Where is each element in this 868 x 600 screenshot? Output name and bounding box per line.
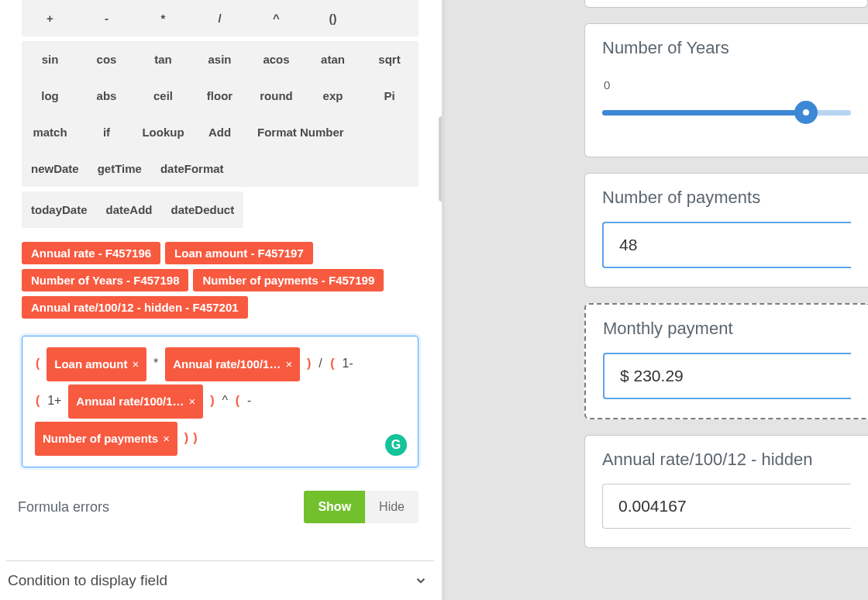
op-text: /: [316, 357, 328, 370]
remove-chip-icon[interactable]: ×: [189, 395, 196, 408]
fn-log[interactable]: log: [22, 78, 78, 114]
paren-close: ): [208, 394, 216, 407]
preview-monthly-value: $ 230.29: [603, 353, 851, 399]
fn-exp[interactable]: exp: [305, 78, 361, 114]
fn-tan[interactable]: tan: [135, 41, 191, 78]
paren-open: (: [33, 357, 42, 370]
paren-open: (: [233, 394, 242, 407]
formula-input[interactable]: ( Loan amount× * Annual rate/100/1…× ) /…: [22, 336, 418, 467]
fn-if[interactable]: if: [78, 114, 135, 150]
chip-annual-rate-b[interactable]: Annual rate/100/1…×: [68, 384, 203, 419]
show-errors-button[interactable]: Show: [304, 491, 365, 523]
fn-newdate[interactable]: newDate: [22, 150, 88, 187]
op-text: ^: [219, 394, 230, 407]
fn-floor[interactable]: floor: [191, 78, 248, 114]
field-loan-amount[interactable]: Loan amount - F457197: [165, 242, 313, 264]
preview-hidden-rate-title: Annual rate/100/12 - hidden: [602, 450, 851, 470]
fn-match[interactable]: match: [22, 114, 78, 150]
preview-years-title: Number of Years: [602, 38, 851, 58]
field-annual-rate-hidden[interactable]: Annual rate/100/12 - hidden - F457201: [22, 296, 248, 319]
op-multiply[interactable]: *: [135, 0, 191, 36]
collapse-title: Condition to display field: [8, 572, 167, 589]
slider-thumb[interactable]: [794, 101, 818, 124]
fn-sqrt[interactable]: sqrt: [361, 41, 418, 78]
preview-hidden-rate-value: 0.004167: [602, 484, 851, 529]
fn-asin[interactable]: asin: [191, 41, 248, 78]
chip-number-of-payments[interactable]: Number of payments×: [35, 422, 177, 456]
fn-abs[interactable]: abs: [78, 78, 135, 114]
op-text: -: [245, 394, 253, 407]
function-palette-2: todayDate dateAdd dateDeduct: [22, 191, 243, 228]
preview-card-cutoff: [584, 0, 868, 8]
field-annual-rate[interactable]: Annual rate - F457196: [22, 242, 160, 264]
fn-sin[interactable]: sin: [22, 41, 78, 78]
paren-close: ): [191, 431, 199, 444]
op-parens[interactable]: (): [305, 0, 361, 36]
operator-palette: + - * / ^ (): [22, 0, 418, 36]
condition-display-collapse[interactable]: Condition to display field: [6, 560, 434, 600]
op-text: *: [151, 357, 160, 370]
preview-monthly-title: Monthly payment: [603, 319, 851, 339]
paren-open: (: [33, 394, 42, 407]
fn-round[interactable]: round: [248, 78, 305, 114]
fn-format-number[interactable]: Format Number: [248, 114, 353, 150]
paren-close: ): [305, 357, 313, 370]
fn-add[interactable]: Add: [191, 114, 248, 150]
slider-min-label: 0: [604, 78, 610, 91]
fn-cos[interactable]: cos: [78, 41, 135, 78]
fn-ceil[interactable]: ceil: [135, 78, 191, 114]
fn-dateformat[interactable]: dateFormat: [151, 150, 233, 187]
fn-lookup[interactable]: Lookup: [135, 114, 191, 150]
op-text: 1-: [339, 357, 355, 370]
fn-todaydate[interactable]: todayDate: [22, 191, 97, 228]
op-plus[interactable]: +: [22, 0, 78, 36]
op-divide[interactable]: /: [191, 0, 248, 36]
grammarly-icon[interactable]: G: [385, 434, 407, 456]
preview-hidden-rate-card: Annual rate/100/12 - hidden 0.004167: [584, 435, 868, 548]
formula-errors-row: Formula errors Show Hide: [18, 491, 418, 523]
field-number-of-years[interactable]: Number of Years - F457198: [22, 269, 188, 291]
preview-npay-title: Number of payments: [602, 188, 851, 208]
remove-chip-icon[interactable]: ×: [163, 432, 170, 445]
formula-errors-label: Formula errors: [18, 499, 109, 516]
preview-years-card: Number of Years 0 4: [584, 23, 868, 157]
fn-gettime[interactable]: getTime: [88, 150, 151, 187]
preview-monthly-card[interactable]: Monthly payment $ 230.29: [584, 303, 868, 419]
form-preview-panel: Number of Years 0 4 Number of payments 4…: [442, 0, 868, 600]
errors-toggle-group: Show Hide: [304, 491, 418, 523]
op-text: 1+: [45, 394, 64, 407]
preview-npay-card: Number of payments 48: [584, 173, 868, 288]
chevron-down-icon: [414, 574, 428, 588]
formula-editor-panel: + - * / ^ () sin cos tan asin acos atan …: [0, 0, 442, 600]
hide-errors-button[interactable]: Hide: [365, 491, 418, 523]
fn-atan[interactable]: atan: [305, 41, 361, 78]
fn-acos[interactable]: acos: [248, 41, 305, 78]
paren-open: (: [328, 357, 336, 370]
years-slider[interactable]: 0 4: [602, 72, 851, 126]
chip-loan-amount[interactable]: Loan amount×: [46, 347, 146, 381]
op-minus[interactable]: -: [78, 0, 135, 36]
available-fields: Annual rate - F457196 Loan amount - F457…: [22, 242, 418, 319]
chip-annual-rate-a[interactable]: Annual rate/100/1…×: [165, 347, 300, 381]
function-palette: sin cos tan asin acos atan sqrt log abs …: [22, 41, 418, 187]
field-number-of-payments[interactable]: Number of payments - F457199: [193, 269, 384, 291]
remove-chip-icon[interactable]: ×: [132, 357, 139, 371]
fn-pi[interactable]: Pi: [361, 78, 418, 114]
fn-dateadd[interactable]: dateAdd: [97, 191, 162, 228]
preview-npay-value[interactable]: 48: [602, 222, 851, 268]
fn-datededuct[interactable]: dateDeduct: [162, 191, 244, 228]
op-power[interactable]: ^: [248, 0, 305, 36]
remove-chip-icon[interactable]: ×: [285, 357, 292, 371]
paren-close: ): [182, 431, 191, 444]
